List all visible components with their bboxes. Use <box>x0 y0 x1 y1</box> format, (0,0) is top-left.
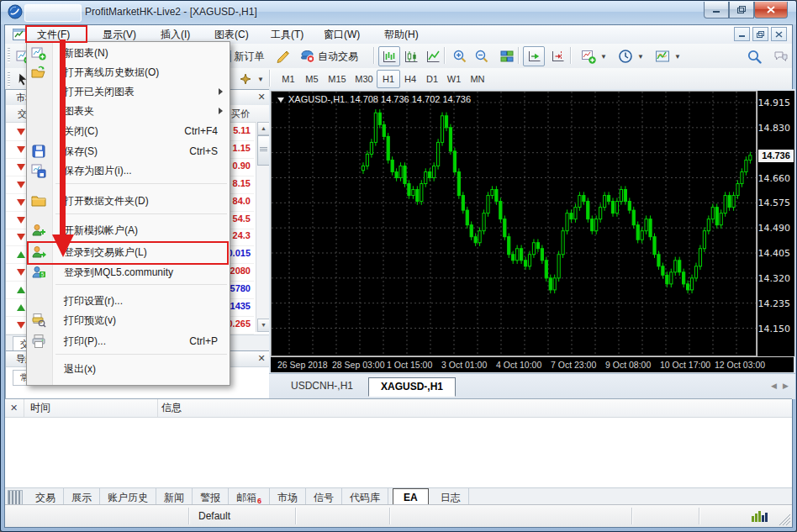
clock-icon <box>618 49 633 64</box>
menubar-item-5[interactable]: 工具(T) <box>267 25 307 44</box>
time-axis-label: 28 Sep 03:00 <box>332 360 384 370</box>
file-menu-item-label: 退出(x) <box>64 360 96 379</box>
file-menu-item[interactable]: 打印设置(r)... <box>27 292 230 311</box>
title-bar: ProfitMarketHK-Live2 - [XAGUSD-,H1] <box>1 1 796 24</box>
auto-trading-icon <box>300 49 315 64</box>
bid-value: 0.265 <box>227 319 251 329</box>
toolbar-grip[interactable] <box>8 48 10 63</box>
auto-scroll-button[interactable] <box>523 46 545 66</box>
tab-scroll-left-icon[interactable]: ◀ <box>771 382 777 390</box>
account-plus-icon <box>31 223 46 238</box>
scrollbar-thumb[interactable] <box>257 135 270 166</box>
search-icon <box>747 49 762 64</box>
indicators-icon <box>581 49 596 64</box>
terminal-close-icon[interactable]: ✕ <box>8 403 19 413</box>
chart-canvas[interactable] <box>271 91 757 356</box>
bid-value: 1435 <box>230 301 251 311</box>
scroll-up-icon[interactable]: ▲ <box>257 122 270 135</box>
tab-scroll-right-icon[interactable]: ▶ <box>783 382 789 390</box>
menubar-item-7[interactable]: 帮助(H) <box>381 25 422 44</box>
file-menu-item[interactable]: 保存为图片(i)... <box>27 161 230 181</box>
file-menu-item[interactable]: 关闭(C)Ctrl+F4 <box>27 122 230 141</box>
status-profile-label[interactable]: Default <box>198 510 230 522</box>
trend-down-icon <box>17 199 25 206</box>
child-minimize-button[interactable] <box>734 27 750 41</box>
candlestick-mode-button[interactable] <box>400 46 422 66</box>
window-close-button[interactable] <box>754 2 788 18</box>
file-menu-item[interactable]: 打印预览(v) <box>27 311 230 330</box>
file-menu-item[interactable]: 打印(P)...Ctrl+P <box>27 332 230 351</box>
zoom-in-icon <box>452 49 467 64</box>
file-menu-item-label: 图表夹 <box>64 102 94 121</box>
search-button[interactable] <box>743 46 765 66</box>
file-menu-item[interactable]: 图表夹 <box>27 102 230 121</box>
templates-dropdown[interactable]: ▼ <box>651 46 685 66</box>
timeframe-m15-button[interactable]: M15 <box>323 70 351 88</box>
chart-tab-2[interactable]: XAGUSD-,H1 <box>368 377 456 397</box>
file-menu-item[interactable]: 新图表(N) <box>27 44 230 63</box>
navigator-close-icon[interactable]: ✕ <box>256 354 267 364</box>
timeframe-mn-button[interactable]: MN <box>464 70 491 88</box>
timeframe-h1-button[interactable]: H1 <box>377 70 400 88</box>
child-restore-button[interactable] <box>752 27 768 41</box>
menu-separator <box>55 213 227 214</box>
line-chart-mode-button[interactable] <box>422 46 444 66</box>
tile-windows-icon <box>499 49 515 64</box>
time-axis-label: 4 Oct 10:00 <box>496 360 541 370</box>
price-axis-label: 14.320 <box>758 273 791 284</box>
docked-panel-icon[interactable] <box>8 490 23 505</box>
resize-grip[interactable] <box>779 514 790 525</box>
message-column-header[interactable]: 信息 <box>161 399 182 417</box>
template-icon <box>655 49 670 64</box>
price-axis[interactable]: 14.91514.83014.66014.57514.49014.40514.3… <box>757 91 794 356</box>
bar-chart-mode-button[interactable] <box>378 46 400 66</box>
annotation-arrow-head <box>52 234 74 257</box>
time-axis-label: 3 Oct 01:00 <box>441 360 487 370</box>
tile-windows-button[interactable] <box>496 46 518 66</box>
zoom-in-button[interactable] <box>449 46 471 66</box>
window-maximize-button[interactable] <box>729 2 754 18</box>
auto-trading-button[interactable]: 自动交易 <box>296 46 362 66</box>
file-menu-item-label: 保存(S) <box>64 142 98 161</box>
timeframe-m5-button[interactable]: M5 <box>299 70 325 88</box>
chart-tab-1[interactable]: USDCNH-,H1 <box>279 377 365 395</box>
scroll-down-icon[interactable]: ▼ <box>257 319 270 332</box>
bid-value: 1.15 <box>233 143 251 153</box>
timeframe-m30-button[interactable]: M30 <box>350 70 378 88</box>
periods-dropdown[interactable]: ▼ <box>614 46 648 66</box>
chat-button[interactable] <box>770 46 792 66</box>
chart-shift-button[interactable] <box>546 46 568 66</box>
menubar-item-6[interactable]: 窗口(W) <box>320 25 363 44</box>
price-axis-label: 14.660 <box>758 173 791 184</box>
file-menu-item[interactable]: 打开已关闭图表 <box>27 82 230 102</box>
metaeditor-button[interactable] <box>272 46 294 66</box>
file-menu-item[interactable]: 退出(x) <box>27 360 230 379</box>
timeframe-w1-button[interactable]: W1 <box>442 70 466 88</box>
new-chart-icon <box>31 45 46 61</box>
price-axis-label: 14.405 <box>758 248 791 259</box>
timeframe-d1-button[interactable]: D1 <box>420 70 444 88</box>
file-menu-item[interactable]: 打开数据文件夹(D) <box>27 192 230 211</box>
styler-dropdown[interactable]: ▼ <box>234 69 268 89</box>
menu-separator <box>55 284 227 285</box>
file-menu-item[interactable]: 5登录到MQL5.community <box>27 263 230 282</box>
file-menu-item[interactable]: 保存(S)Ctrl+S <box>27 142 230 161</box>
time-axis[interactable]: 26 Sep 201828 Sep 03:001 Oct 15:003 Oct … <box>271 356 794 372</box>
save-picture-icon <box>31 163 46 178</box>
market-watch-close-icon[interactable]: ✕ <box>256 92 267 103</box>
trend-down-icon <box>17 129 25 135</box>
child-close-button[interactable] <box>771 27 787 41</box>
bid-column-header[interactable]: 买价 <box>231 105 250 122</box>
indicators-dropdown[interactable]: ▼ <box>577 46 611 66</box>
toolbar-grip2[interactable] <box>8 72 10 87</box>
market-watch-scrollbar[interactable]: ▲ ▼ <box>256 122 269 332</box>
timeframe-m1-button[interactable]: M1 <box>276 70 301 88</box>
file-menu-item[interactable]: 打开离线历史数据(O) <box>27 63 230 82</box>
zoom-out-button[interactable] <box>471 46 493 66</box>
trend-down-icon <box>17 217 25 224</box>
chart-title-collapse-icon[interactable] <box>277 97 284 103</box>
bid-value: 0.90 <box>233 161 251 171</box>
window-minimize-button[interactable] <box>704 2 729 18</box>
time-column-header[interactable]: 时间 <box>30 399 50 417</box>
timeframe-h4-button[interactable]: H4 <box>398 70 422 88</box>
